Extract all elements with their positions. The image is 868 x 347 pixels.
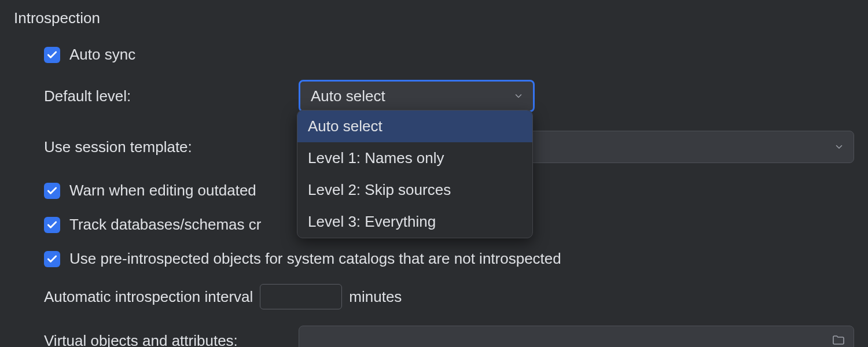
folder-icon[interactable] [832,334,845,347]
dropdown-option-auto-select[interactable]: Auto select [297,110,532,142]
default-level-dropdown[interactable]: Auto select [299,80,535,112]
auto-sync-checkbox[interactable] [44,47,60,63]
dropdown-option-level-2[interactable]: Level 2: Skip sources [297,174,532,206]
chevron-down-icon [513,91,524,101]
track-schemas-checkbox[interactable] [44,217,60,233]
pre-introspected-checkbox[interactable] [44,251,60,267]
check-icon [46,219,58,231]
track-schemas-label: Track databases/schemas cr [69,216,261,234]
virtual-objects-input[interactable] [299,326,854,347]
section-title: Introspection [14,9,854,27]
pre-introspected-label: Use pre-introspected objects for system … [69,250,561,268]
default-level-dropdown-menu: Auto select Level 1: Names only Level 2:… [297,110,533,238]
virtual-objects-label: Virtual objects and attributes: [44,332,299,348]
session-template-label: Use session template: [44,138,299,156]
interval-label: Automatic introspection interval [44,288,253,306]
dropdown-option-level-3[interactable]: Level 3: Everything [297,206,532,238]
check-icon [46,49,58,61]
warn-outdated-label: Warn when editing outdated [69,182,256,200]
check-icon [46,253,58,265]
default-level-value: Auto select [311,87,385,105]
chevron-down-icon [834,142,844,152]
dropdown-option-level-1[interactable]: Level 1: Names only [297,142,532,174]
check-icon [46,185,58,197]
interval-unit: minutes [349,288,402,306]
interval-input[interactable] [260,284,342,309]
warn-outdated-checkbox[interactable] [44,183,60,199]
auto-sync-label: Auto sync [69,46,135,64]
default-level-label: Default level: [44,87,299,105]
